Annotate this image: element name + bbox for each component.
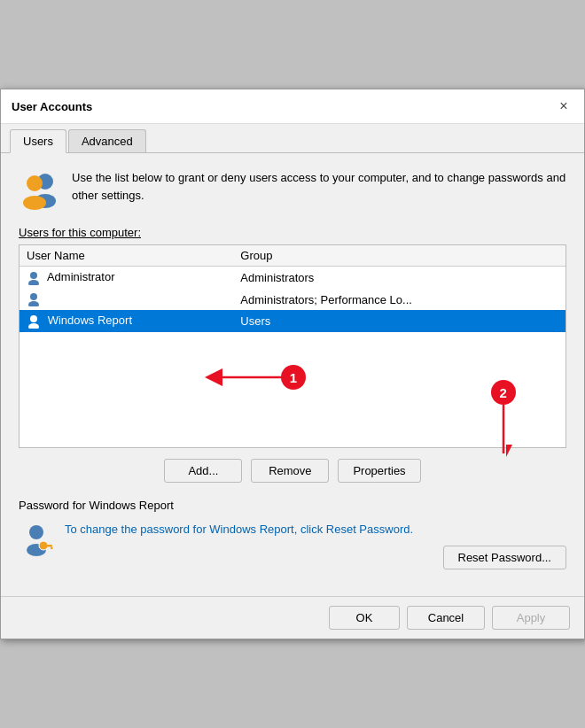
svg-point-2 (27, 175, 43, 191)
row-user-icon (27, 271, 41, 285)
reset-btn-row: Reset Password... (65, 546, 566, 569)
password-section: Password for Windows Report To change th… (19, 499, 566, 569)
svg-point-5 (28, 280, 39, 285)
user-accounts-dialog: User Accounts × Users Advanced (0, 89, 585, 639)
password-row: To change the password for Windows Repor… (19, 521, 566, 569)
users-icon (19, 169, 61, 212)
svg-rect-15 (45, 545, 52, 547)
user-table: User Name Group Administrator (20, 245, 566, 332)
add-button[interactable]: Add... (164, 459, 242, 483)
password-label: Password for Windows Report (19, 499, 566, 512)
password-icon (19, 521, 54, 556)
tab-users[interactable]: Users (10, 129, 66, 153)
user-table-container[interactable]: User Name Group Administrator (19, 244, 566, 448)
apply-button[interactable]: Apply (492, 606, 570, 630)
cancel-button[interactable]: Cancel (407, 606, 485, 630)
window-title: User Accounts (12, 100, 92, 113)
user-table-wrapper: User Name Group Administrator (19, 244, 566, 448)
remove-button[interactable]: Remove (251, 459, 329, 483)
col-group: Group (233, 245, 566, 267)
tab-bar: Users Advanced (1, 124, 584, 153)
properties-button[interactable]: Properties 2 (338, 459, 420, 483)
svg-rect-16 (51, 547, 53, 550)
row-user-icon (27, 292, 41, 306)
reset-password-button[interactable]: Reset Password... (443, 546, 567, 569)
svg-point-9 (28, 323, 39, 329)
svg-point-12 (29, 525, 43, 539)
password-text: To change the password for Windows Repor… (65, 521, 566, 538)
info-text: Use the list below to grant or deny user… (72, 169, 566, 204)
table-row-selected[interactable]: Windows Report Users (20, 310, 566, 332)
svg-point-8 (30, 315, 37, 322)
table-row[interactable]: Administrator Administrators (20, 267, 566, 289)
section-label: Users for this computer: (19, 226, 566, 239)
ok-button[interactable]: OK (329, 606, 400, 630)
tab-advanced[interactable]: Advanced (68, 129, 146, 152)
col-username: User Name (20, 245, 233, 267)
dialog-footer: OK Cancel Apply (1, 596, 584, 639)
table-row[interactable]: Administrators; Performance Lo... (20, 289, 566, 311)
info-section: Use the list below to grant or deny user… (19, 169, 566, 212)
svg-point-7 (28, 301, 39, 306)
svg-point-3 (23, 196, 46, 210)
svg-point-6 (30, 293, 37, 300)
svg-point-4 (30, 272, 37, 279)
tab-content: Use the list below to grant or deny user… (1, 153, 584, 596)
user-action-buttons: Add... Remove Properties 2 (19, 459, 566, 483)
title-bar: User Accounts × (1, 89, 584, 124)
close-button[interactable]: × (554, 97, 573, 116)
row-user-icon-selected (27, 314, 41, 329)
